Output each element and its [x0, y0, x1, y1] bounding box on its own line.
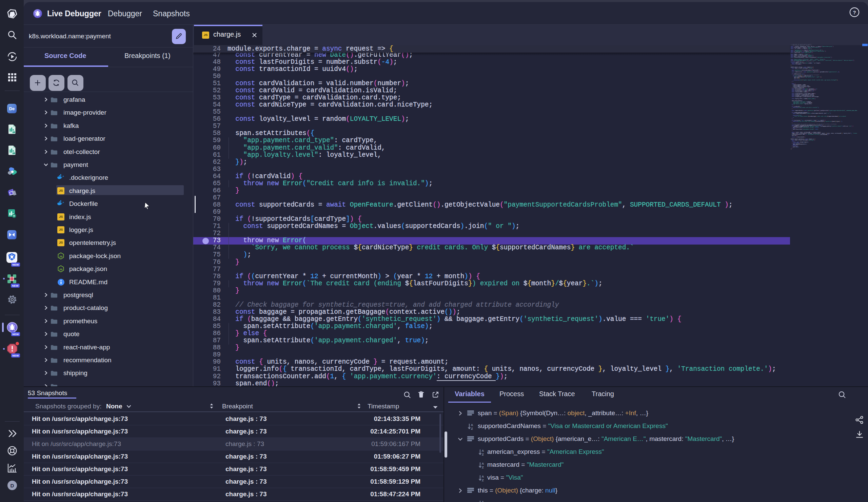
svg-text:Z: Z [482, 465, 484, 469]
svg-text:Z: Z [482, 452, 484, 456]
svg-text:JS: JS [59, 255, 63, 258]
svg-text:A: A [482, 462, 484, 465]
svg-text:?: ? [853, 10, 856, 15]
svg-text:A: A [482, 500, 484, 502]
svg-text:A: A [482, 449, 484, 452]
svg-text:JS: JS [59, 268, 63, 271]
svg-text:Z: Z [471, 427, 473, 430]
svg-text:A: A [482, 474, 484, 478]
svg-text:Z: Z [482, 478, 484, 482]
svg-text:A: A [471, 423, 473, 427]
